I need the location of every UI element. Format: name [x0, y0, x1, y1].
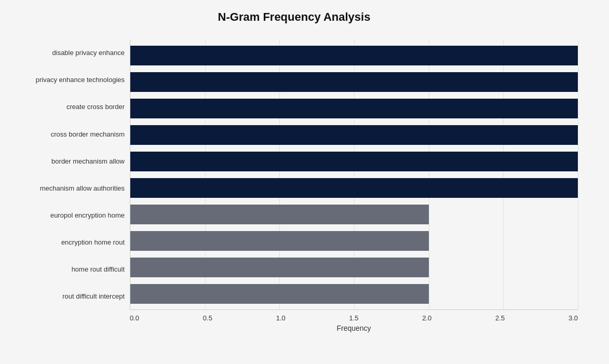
y-axis: disable privacy enhanceprivacy enhance t… — [10, 39, 130, 310]
x-tick: 3.0 — [569, 314, 578, 322]
bar — [130, 99, 578, 118]
bar-row — [130, 254, 578, 280]
y-axis-label: privacy enhance technologies — [10, 67, 125, 93]
bar — [130, 258, 429, 277]
x-axis: 0.00.51.01.52.02.53.0 — [130, 310, 578, 322]
plot-area — [130, 39, 578, 310]
bar-row — [130, 281, 578, 307]
bar-row — [130, 228, 578, 254]
bars-container — [130, 39, 578, 309]
bar — [130, 72, 578, 92]
bar-row — [130, 175, 578, 201]
bar-row — [130, 122, 578, 148]
bar — [130, 284, 429, 304]
y-axis-label: create cross border — [10, 94, 125, 120]
x-axis-container: 0.00.51.01.52.02.53.0 Frequency — [130, 310, 578, 332]
y-axis-label: border mechanism allow — [10, 148, 125, 174]
chart-title: N-Gram Frequency Analysis — [10, 10, 578, 24]
x-tick: 0.5 — [203, 314, 212, 322]
x-tick: 0.0 — [130, 314, 139, 322]
bar — [130, 152, 578, 171]
x-tick: 2.0 — [422, 314, 431, 322]
grid-line — [578, 39, 578, 309]
y-axis-label: home rout difficult — [10, 257, 125, 282]
bar-row — [130, 149, 578, 174]
x-tick: 2.5 — [495, 314, 505, 322]
bar — [130, 178, 578, 198]
bar-row — [130, 201, 578, 227]
y-axis-label: europol encryption home — [10, 203, 125, 228]
bar-row — [130, 43, 578, 69]
chart-container: N-Gram Frequency Analysis disable privac… — [0, 0, 609, 364]
bar — [130, 46, 578, 65]
y-axis-label: encryption home rout — [10, 230, 125, 255]
y-axis-label: mechanism allow authorities — [10, 176, 125, 201]
x-tick: 1.0 — [276, 314, 286, 322]
chart-area: disable privacy enhanceprivacy enhance t… — [10, 39, 578, 310]
bar — [130, 125, 578, 145]
x-axis-label: Frequency — [130, 324, 578, 332]
y-axis-label: disable privacy enhance — [10, 40, 125, 66]
x-tick: 1.5 — [349, 314, 358, 322]
bar — [130, 205, 429, 224]
bar-row — [130, 69, 578, 95]
y-axis-label: cross border mechanism — [10, 121, 125, 147]
bar — [130, 231, 429, 251]
bar-row — [130, 96, 578, 122]
y-axis-label: rout difficult intercept — [10, 284, 125, 309]
